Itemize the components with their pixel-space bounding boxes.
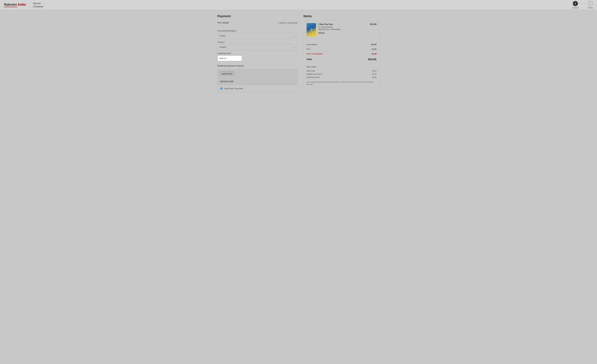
total-row: Total: $14.81	[306, 56, 377, 63]
store-credit-section-title: Store credit	[306, 66, 377, 68]
item-cover: I OweYouOne	[306, 23, 316, 37]
item-format: eBook (EPUB 3, Reflowable)	[318, 28, 368, 30]
country-select-wrapper: Canada ⌄	[218, 44, 298, 50]
step-connector	[579, 4, 587, 4]
gift-card-box: Add gift card	[218, 69, 298, 78]
applied-to-purchase-label: Applied to purchase:	[306, 73, 322, 75]
payment-method-title: Preferred payment method	[218, 65, 298, 67]
cart-subtotal-row: Cart subtotal: $13.99	[306, 42, 377, 47]
step-review: 2 Review	[588, 1, 593, 9]
store-credit-section: Store credit Total credit: $1.00 Applied…	[306, 64, 377, 79]
total-credit-value: $1.00	[372, 70, 377, 72]
payment-title: Payment	[218, 14, 298, 18]
total-value: $14.81	[368, 58, 377, 61]
province-select-wrapper: Ontario ⌄	[218, 33, 298, 39]
step-review-circle: 2	[588, 1, 593, 6]
logo-underline	[4, 7, 17, 7]
store-credit-applied-row: Store credit applied: -$1.00	[306, 52, 377, 56]
hst-label: HST:	[306, 48, 311, 50]
add-gift-card-label: Add gift card	[222, 72, 232, 74]
main-content: Payment Your details * indicates a requi…	[212, 10, 385, 97]
country-select[interactable]: Canada	[218, 44, 298, 50]
item-price: $13.99	[370, 23, 377, 26]
items-title: Items	[304, 14, 380, 18]
step-payment-number: 1	[575, 2, 576, 5]
credit-card-row: Credit card / Visa Debit	[220, 87, 295, 90]
province-label: Province/State/Region *	[218, 30, 298, 32]
transactions-note: All transactions processed by Rakuten Ko…	[306, 81, 377, 86]
add-promo-label: Add promo code	[220, 80, 234, 82]
hst-row: HST: $1.82	[306, 47, 377, 52]
applied-to-purchase-row: Applied to purchase: -$1.00	[306, 72, 377, 76]
province-select[interactable]: Ontario	[218, 33, 298, 39]
remaining-credit-value: $0.00	[372, 76, 377, 78]
required-note: * indicates a required field	[278, 22, 298, 24]
step-review-number: 2	[590, 2, 591, 5]
store-credit-applied-value: -$1.00	[371, 53, 377, 55]
total-label: Total:	[306, 58, 313, 61]
applied-to-purchase-value: -$1.00	[372, 73, 377, 75]
total-credit-label: Total credit:	[306, 70, 315, 72]
postal-input[interactable]: M6K1A7	[218, 55, 242, 61]
header-divider	[29, 2, 30, 8]
step-payment-circle: 1	[573, 1, 578, 6]
book-cover-art: I OweYouOne	[307, 24, 316, 36]
your-details-label: Your details	[218, 22, 229, 24]
checkout-title: Secure Checkout	[33, 2, 43, 8]
add-promo-button[interactable]: Add promo code	[220, 80, 234, 82]
header: Rakuten kobo Secure Checkout 1 Payment 2…	[0, 0, 597, 10]
item-remove-label: Remove	[318, 32, 325, 34]
right-column: Items I OweYouOne I Owe You One by Sophi…	[304, 14, 380, 92]
logo-part2: kobo	[18, 3, 26, 6]
radio-circle-inner	[221, 88, 222, 89]
totals-section: Cart subtotal: $13.99 HST: $1.82 Store c…	[306, 42, 377, 63]
logo-text: Rakuten kobo	[4, 3, 26, 6]
checkout-title-line1: Secure	[33, 2, 43, 5]
credit-card-radio[interactable]	[220, 87, 223, 90]
step-payment: 1 Payment	[572, 1, 578, 9]
hst-value: $1.82	[372, 48, 377, 50]
postal-field-group: Postal/Zip Code * M6K1A7	[218, 52, 298, 61]
promo-code-box: Add promo code	[218, 78, 298, 85]
cart-subtotal-value: $13.99	[371, 43, 377, 46]
items-box: I OweYouOne I Owe You One by Sophie Kins…	[304, 21, 380, 88]
checkout-steps: 1 Payment 2 Review	[572, 1, 593, 9]
item-row: I OweYouOne I Owe You One by Sophie Kins…	[306, 23, 377, 39]
book-cover-title: I OweYouOne	[310, 28, 313, 31]
remaining-credit-row: Remaining credit: $0.00	[306, 76, 377, 79]
item-name: I Owe You One	[318, 23, 368, 26]
item-details: I Owe You One by Sophie Kinsella eBook (…	[318, 23, 368, 34]
country-field-group: Country * Canada ⌄	[218, 41, 298, 50]
total-credit-row: Total credit: $1.00	[306, 69, 377, 72]
step-review-label: Review	[588, 7, 593, 9]
store-credit-applied-label: Store credit applied:	[306, 53, 323, 55]
item-author: by Sophie Kinsella	[318, 26, 368, 28]
add-gift-card-button[interactable]: Add gift card	[220, 71, 234, 75]
credit-card-label: Credit card / Visa Debit	[224, 87, 243, 90]
country-label: Country *	[218, 41, 298, 43]
remaining-credit-label: Remaining credit:	[306, 76, 320, 78]
left-column: Payment Your details * indicates a requi…	[218, 14, 298, 92]
postal-label: Postal/Zip Code *	[218, 52, 298, 54]
credit-card-box: Credit card / Visa Debit	[218, 85, 298, 92]
logo[interactable]: Rakuten kobo	[4, 3, 26, 7]
your-details-row: Your details * indicates a required fiel…	[218, 22, 298, 27]
logo-part1: Rakuten	[4, 3, 17, 6]
province-field-group: Province/State/Region * Ontario ⌄	[218, 30, 298, 39]
checkout-title-line2: Checkout	[33, 5, 43, 8]
item-remove-button[interactable]: Remove	[318, 32, 325, 34]
cart-subtotal-label: Cart subtotal:	[306, 43, 317, 46]
step-payment-label: Payment	[572, 7, 578, 9]
